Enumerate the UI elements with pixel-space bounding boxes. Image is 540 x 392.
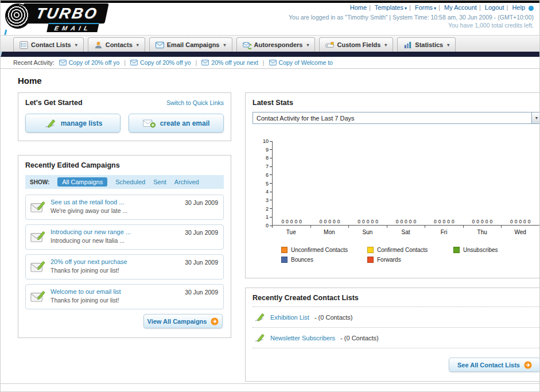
latest-stats-panel: Latest Stats Contact Activity for the La… [245, 92, 540, 278]
autoresponders-icon [243, 41, 251, 49]
tab-email-campaigns[interactable]: Email Campaigns ▾ [149, 37, 232, 52]
activity-link[interactable]: Copy of Welcome to [279, 59, 333, 66]
switch-quick-links-link[interactable]: Switch to Quick Links [166, 99, 224, 106]
activity-item[interactable]: Copy of 20% off yo [130, 59, 191, 66]
x-axis-tick [425, 226, 425, 228]
legend-swatch [453, 247, 460, 253]
filter-archived[interactable]: Archived [174, 178, 199, 185]
tab-autoresponders[interactable]: Autoresponders ▾ [236, 37, 316, 52]
filter-all-campaigns[interactable]: All Campaigns [57, 177, 107, 187]
nav-home-link[interactable]: Home [350, 4, 367, 11]
tab-bar: Contact Lists ▾ Contacts ▾ Email Campaig… [1, 35, 539, 52]
email-icon [130, 60, 138, 65]
y-axis-tick: 7 [266, 164, 272, 169]
campaign-subtitle: Thanks for joining our list! [50, 267, 127, 274]
tab-statistics[interactable]: Statistics ▾ [397, 37, 456, 52]
tab-contacts[interactable]: Contacts ▾ [88, 37, 145, 52]
activity-item[interactable]: Copy of 20% off yo [59, 59, 120, 66]
filter-sent[interactable]: Sent [153, 178, 166, 185]
contact-list-detail: - (0 Contacts) [340, 335, 379, 341]
campaign-list-item[interactable]: Welcome to our email list Thanks for joi… [25, 284, 224, 309]
y-axis-tick: 4 [266, 189, 272, 195]
nav-my-account-link[interactable]: My Account [444, 4, 477, 11]
y-axis-tick: 6 [266, 172, 272, 178]
header-right: Home| Templates▾| Forms▾| My Account| Lo… [289, 4, 534, 29]
x-axis-tick [272, 226, 273, 228]
nav-separator: | [479, 4, 481, 11]
campaign-title-link[interactable]: See us at the retail food ... [50, 199, 127, 205]
logo-text: TURBO EMAIL [21, 3, 107, 32]
nav-templates-label: Templates [375, 4, 403, 11]
nav-forms-link[interactable]: Forms▾ [415, 4, 436, 11]
bar-value-labels: 00000 [273, 219, 310, 224]
legend-swatch [367, 257, 374, 263]
campaign-list-item[interactable]: 20% off your next purchase Thanks for jo… [25, 254, 224, 280]
campaign-date: 30 Jun 2009 [185, 199, 218, 206]
campaign-title-link[interactable]: 20% off your next purchase [50, 258, 127, 265]
x-axis-tick [310, 226, 311, 228]
activity-link[interactable]: 20% off your next [211, 59, 258, 66]
latest-stats-title: Latest Stats [252, 99, 540, 107]
notification-dot-icon [529, 6, 534, 11]
legend-item: Forwards [367, 257, 453, 263]
manage-lists-button[interactable]: manage lists [25, 114, 121, 133]
contact-list-item[interactable]: Exhibition List - (0 Contacts) [252, 307, 540, 328]
login-info: You are logged in as "Timothy Smith" | S… [289, 14, 534, 21]
compose-email-icon [30, 290, 45, 302]
activity-link[interactable]: Copy of 20% off yo [69, 59, 120, 66]
right-column: Latest Stats Contact Activity for the La… [245, 92, 540, 382]
compose-email-icon [30, 230, 45, 243]
app-window: TURBO EMAIL Home| Templates▾| Forms▾| My… [0, 0, 540, 392]
nav-forms-label: Forms [415, 4, 433, 11]
view-all-campaigns-button[interactable]: View All Campaigns [143, 314, 223, 328]
nav-separator: | [369, 4, 371, 11]
x-axis-label: Fri [441, 229, 448, 235]
header: TURBO EMAIL Home| Templates▾| Forms▾| My… [1, 1, 539, 35]
get-started-title: Let's Get Started [25, 99, 83, 107]
email-icon [201, 60, 209, 65]
legend-swatch [281, 247, 288, 253]
email-campaigns-icon [156, 41, 164, 49]
legend-item: Confirmed Contacts [367, 247, 453, 253]
legend-item: Bounces [281, 257, 367, 263]
campaigns-title: Recently Edited Campaigns [25, 161, 224, 169]
campaign-title-link[interactable]: Introducing our new range ... [50, 228, 131, 235]
y-axis-tick: 8 [266, 155, 272, 161]
main-content: Home Let's Get Started Switch to Quick L… [1, 69, 539, 382]
campaign-list-item[interactable]: See us at the retail food ... We're givi… [25, 195, 224, 220]
contact-list-detail: - (0 Contacts) [314, 314, 353, 321]
contact-list-link[interactable]: Newsletter Subscribers [270, 335, 335, 341]
bar-value-labels: 00000 [463, 219, 501, 224]
nav-help-link[interactable]: Help [512, 4, 525, 11]
x-axis-tick [387, 226, 387, 228]
contact-list-item[interactable]: Newsletter Subscribers - (0 Contacts) [252, 328, 540, 348]
activity-item[interactable]: 20% off your next [201, 59, 258, 66]
legend-label: Unsubscribes [463, 247, 498, 253]
tab-custom-fields[interactable]: Custom Fields ▾ [319, 37, 393, 52]
email-icon [269, 60, 277, 65]
nav-logout-link[interactable]: Logout [485, 4, 504, 11]
filter-scheduled[interactable]: Scheduled [115, 178, 145, 185]
y-axis-tick: 1 [266, 214, 272, 220]
activity-item[interactable]: Copy of Welcome to [269, 59, 333, 66]
contact-list-link[interactable]: Exhibition List [270, 314, 309, 321]
custom-fields-icon [325, 41, 334, 49]
campaign-title-link[interactable]: Welcome to our email list [50, 288, 121, 295]
x-axis-tick [348, 226, 349, 228]
logo-swirl-icon [5, 3, 30, 29]
create-email-button[interactable]: create an email [129, 114, 224, 133]
pencil-write-icon [254, 312, 265, 322]
stats-period-value: Contact Activity for the Last 7 Days [257, 115, 355, 122]
see-all-contact-lists-button[interactable]: See All Contact Lists [449, 358, 540, 372]
tab-contact-lists[interactable]: Contact Lists ▾ [13, 37, 84, 52]
nav-templates-link[interactable]: Templates▾ [375, 4, 407, 11]
stats-period-select[interactable]: Contact Activity for the Last 7 Days ▼ [252, 112, 540, 124]
stats-chart: 109876543210 000000000000000000000000000… [257, 141, 539, 263]
activity-link[interactable]: Copy of 20% off yo [140, 59, 191, 66]
campaign-list-item[interactable]: Introducing our new range ... Introducin… [25, 224, 224, 250]
x-axis-label: Sat [401, 229, 410, 235]
tab-label: Contact Lists [31, 41, 71, 48]
campaign-text: See us at the retail food ... We're givi… [50, 199, 127, 216]
email-icon [59, 60, 67, 65]
activity-separator: | [196, 59, 197, 66]
